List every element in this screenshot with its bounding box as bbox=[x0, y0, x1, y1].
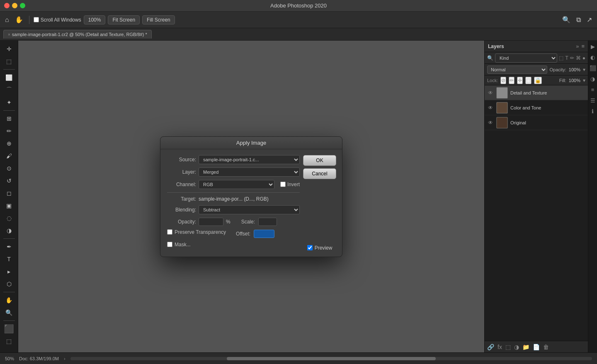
healing-tool[interactable]: ⊕ bbox=[2, 138, 16, 149]
expand-icon[interactable]: » bbox=[576, 43, 579, 49]
add-adjustment-button[interactable]: ◑ bbox=[514, 344, 519, 350]
hand-tool-icon[interactable]: ✋ bbox=[13, 14, 25, 25]
layers-filter-icon3[interactable]: ✏ bbox=[570, 55, 574, 61]
hand-tool[interactable]: ✋ bbox=[2, 294, 16, 306]
layer-visibility-icon[interactable]: 👁 bbox=[487, 90, 494, 96]
quick-mask[interactable]: ⬚ bbox=[2, 335, 16, 347]
fill-dropdown-icon[interactable]: ▾ bbox=[583, 78, 585, 83]
cancel-button[interactable]: Cancel bbox=[303, 168, 336, 179]
blending-select[interactable]: Subtract bbox=[199, 205, 300, 214]
foreground-background[interactable]: ⬛ bbox=[2, 323, 16, 335]
clone-tool[interactable]: ⊙ bbox=[2, 163, 16, 174]
eraser-tool[interactable]: ◻ bbox=[2, 187, 16, 199]
brush-tool[interactable]: 🖌 bbox=[2, 150, 16, 162]
info-icon[interactable]: ℹ bbox=[589, 107, 597, 115]
layers-filter-icon5[interactable]: ● bbox=[582, 55, 585, 61]
layer-row[interactable]: 👁 Original bbox=[485, 115, 588, 130]
doc-info-expand[interactable]: › bbox=[64, 356, 66, 361]
lock-pixels-icon[interactable]: ✏ bbox=[509, 77, 514, 84]
history-brush[interactable]: ↺ bbox=[2, 175, 16, 187]
preview-label: Preview bbox=[315, 245, 332, 251]
lock-transparent-icon[interactable]: ⊘ bbox=[500, 77, 506, 84]
crop-tool[interactable]: ⊞ bbox=[2, 113, 16, 124]
lock-artboard-icon[interactable]: ⬚ bbox=[525, 77, 531, 84]
layer-row[interactable]: 👁 Color and Tone bbox=[485, 100, 588, 115]
lock-move-icon[interactable]: ✛ bbox=[517, 77, 523, 84]
magic-wand-tool[interactable]: ✦ bbox=[2, 97, 16, 108]
new-group-button[interactable]: 📁 bbox=[522, 344, 529, 350]
shape-tool[interactable]: ⬡ bbox=[2, 278, 16, 290]
channel-row: Channel: RGB Invert bbox=[167, 180, 300, 189]
layers-filter-icon2[interactable]: T bbox=[565, 55, 568, 61]
libraries-icon[interactable]: ☰ bbox=[589, 96, 597, 104]
target-row: Target: sample-image-por... (D..., RGB) bbox=[167, 196, 300, 202]
layer-select[interactable]: Merged bbox=[199, 167, 300, 177]
search-icon[interactable]: 🔍 bbox=[561, 14, 572, 25]
layer-visibility-icon[interactable]: 👁 bbox=[487, 120, 494, 126]
preview-checkbox[interactable] bbox=[307, 245, 313, 250]
properties-icon[interactable]: ≡ bbox=[589, 85, 597, 94]
adjustments-icon[interactable]: ◑ bbox=[589, 75, 597, 83]
layer-thumbnail bbox=[496, 117, 508, 129]
opacity-dropdown-icon[interactable]: ▾ bbox=[583, 67, 585, 73]
mask-checkbox[interactable] bbox=[167, 242, 172, 247]
minimize-button[interactable] bbox=[12, 3, 17, 8]
arrange-icon[interactable]: ⧉ bbox=[575, 15, 582, 25]
panel-menu-icon[interactable]: ≡ bbox=[581, 43, 585, 49]
app-title: Adobe Photoshop 2020 bbox=[270, 2, 327, 9]
zoom-tool[interactable]: 🔍 bbox=[2, 307, 16, 318]
tab-close[interactable]: × bbox=[8, 32, 10, 37]
document-tab[interactable]: × sample-image-portrait-1.cr2 @ 50% (Det… bbox=[3, 30, 152, 39]
opacity-row: Opacity: 100 % Scale: 2 bbox=[167, 218, 300, 226]
ok-button[interactable]: OK bbox=[303, 155, 336, 166]
move-tool[interactable]: ✛ bbox=[2, 43, 16, 55]
add-mask-button[interactable]: ⬚ bbox=[505, 344, 511, 350]
divider1 bbox=[167, 192, 300, 193]
invert-checkbox[interactable] bbox=[280, 182, 286, 187]
link-layers-button[interactable]: 🔗 bbox=[487, 344, 494, 350]
expand-panel-icon[interactable]: ▶ bbox=[589, 42, 597, 51]
dodge-tool[interactable]: ◑ bbox=[2, 225, 16, 236]
marquee-tool[interactable]: ⬜ bbox=[2, 72, 16, 83]
preserve-transparency-checkbox[interactable] bbox=[167, 229, 172, 235]
fill-screen-button[interactable]: Fill Screen bbox=[142, 15, 175, 24]
layer-row[interactable]: 👁 Detail and Texture bbox=[485, 85, 588, 100]
opacity-unit: % bbox=[226, 219, 231, 225]
color-panel-icon[interactable]: ◐ bbox=[589, 53, 597, 61]
gradient-tool[interactable]: ▣ bbox=[2, 200, 16, 211]
new-layer-button[interactable]: 📄 bbox=[533, 344, 540, 350]
layers-filter-icon1[interactable]: ⬚ bbox=[559, 55, 563, 61]
layers-filter-select[interactable]: Kind bbox=[495, 53, 557, 63]
layers-filter-icon4[interactable]: ⌘ bbox=[576, 55, 581, 61]
blur-tool[interactable]: ◌ bbox=[2, 212, 16, 224]
fx-button[interactable]: fx bbox=[498, 344, 502, 350]
offset-input[interactable]: 128 bbox=[254, 230, 274, 238]
blend-mode-select[interactable]: Normal bbox=[487, 66, 547, 74]
channel-select[interactable]: RGB bbox=[199, 180, 274, 189]
pen-tool[interactable]: ✒ bbox=[2, 241, 16, 252]
path-selection[interactable]: ▸ bbox=[2, 266, 16, 277]
canvas-area: Apply Image Source: sample-image-portrai… bbox=[18, 41, 484, 352]
artboard-tool[interactable]: ⬚ bbox=[2, 56, 16, 67]
scroll-all-windows-toggle[interactable]: Scroll All Windows bbox=[34, 17, 81, 23]
fit-screen-button[interactable]: Fit Screen bbox=[108, 15, 140, 24]
zoom-button[interactable]: 100% bbox=[84, 15, 106, 24]
opacity-input[interactable]: 100 bbox=[199, 218, 223, 226]
source-select[interactable]: sample-image-portrait-1.c... bbox=[199, 155, 300, 164]
home-icon[interactable]: ⌂ bbox=[3, 15, 11, 25]
scale-input[interactable]: 2 bbox=[258, 218, 277, 226]
close-button[interactable] bbox=[4, 3, 10, 8]
lasso-tool[interactable]: ⌒ bbox=[2, 84, 16, 96]
maximize-button[interactable] bbox=[20, 3, 25, 8]
mask-label: Mask... bbox=[175, 242, 191, 248]
layer-visibility-icon[interactable]: 👁 bbox=[487, 105, 494, 111]
share-icon[interactable]: ↗ bbox=[585, 14, 594, 25]
layer-row: Layer: Merged bbox=[167, 167, 300, 177]
scroll-all-windows-checkbox[interactable] bbox=[34, 17, 39, 22]
delete-layer-button[interactable]: 🗑 bbox=[543, 344, 549, 350]
type-tool[interactable]: T bbox=[2, 253, 16, 265]
swatches-panel-icon[interactable]: ⬛ bbox=[589, 64, 597, 72]
lock-all-icon[interactable]: 🔒 bbox=[534, 77, 542, 84]
horizontal-scrollbar[interactable] bbox=[70, 357, 592, 360]
eyedropper-tool[interactable]: ✏ bbox=[2, 125, 16, 137]
